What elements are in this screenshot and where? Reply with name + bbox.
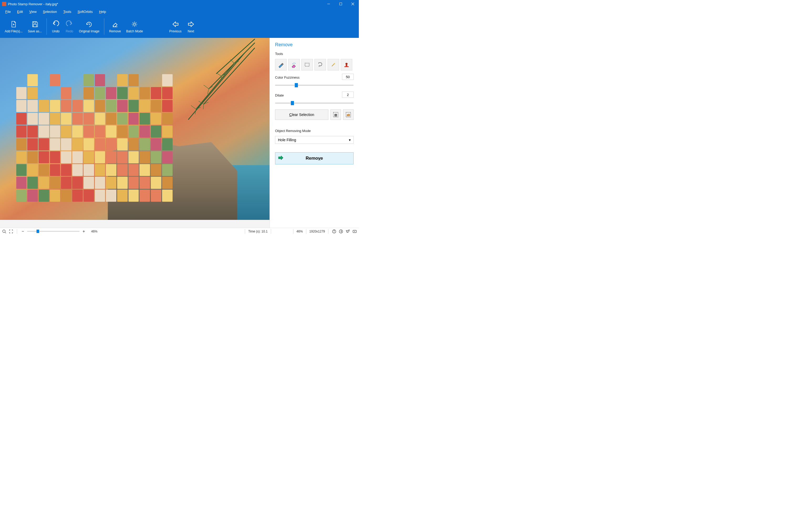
load-selection-button[interactable] bbox=[343, 109, 353, 120]
next-label: Next bbox=[188, 29, 194, 33]
arrow-left-icon bbox=[171, 20, 180, 28]
save-selection-button[interactable] bbox=[331, 109, 341, 120]
gear-icon bbox=[130, 20, 139, 28]
menu-selection[interactable]: Selection bbox=[40, 9, 60, 15]
redo-button[interactable]: Redo bbox=[62, 16, 76, 37]
save-as-button[interactable]: Save as... bbox=[25, 16, 44, 37]
free-select-tool[interactable] bbox=[288, 59, 300, 70]
zoom-tool-icon[interactable] bbox=[2, 229, 7, 234]
svg-point-28 bbox=[334, 230, 334, 230]
mode-selected-value: Hole Filling bbox=[278, 138, 296, 142]
svg-marker-12 bbox=[173, 22, 178, 27]
arrow-right-icon bbox=[278, 155, 284, 162]
facebook-icon[interactable] bbox=[338, 229, 344, 234]
window-controls bbox=[323, 0, 359, 8]
app-title: Photo Stamp Remover - italy.jpg* bbox=[8, 2, 58, 6]
maximize-button[interactable] bbox=[335, 0, 347, 8]
menu-file[interactable]: File bbox=[2, 9, 14, 15]
svg-line-25 bbox=[5, 232, 6, 233]
menu-help[interactable]: Help bbox=[96, 9, 109, 15]
undo-button[interactable]: Undo bbox=[49, 16, 62, 37]
minimize-button[interactable] bbox=[323, 0, 335, 8]
chevron-down-icon: ▾ bbox=[349, 138, 351, 142]
stamp-tool[interactable] bbox=[341, 59, 352, 70]
save-icon bbox=[31, 20, 39, 28]
svg-line-15 bbox=[332, 64, 334, 66]
svg-rect-7 bbox=[33, 25, 37, 27]
menu-edit[interactable]: Edit bbox=[14, 9, 26, 15]
canvas-footer-strip bbox=[0, 220, 270, 228]
menu-bar: File Edit View Selection Tools SoftOrbit… bbox=[0, 8, 359, 15]
marker-tool[interactable] bbox=[275, 59, 287, 70]
close-button[interactable] bbox=[347, 0, 359, 8]
svg-rect-21 bbox=[335, 114, 336, 115]
image-dimensions: 1920x1279 bbox=[309, 229, 325, 233]
zoom-percentage: 46% bbox=[91, 229, 98, 233]
info-icon[interactable] bbox=[332, 229, 337, 234]
svg-rect-6 bbox=[34, 22, 36, 23]
color-fuzziness-input[interactable] bbox=[342, 74, 353, 80]
zoom-percentage-2: 46% bbox=[296, 229, 303, 233]
undo-label: Undo bbox=[52, 29, 60, 33]
arrow-right-icon bbox=[187, 20, 195, 28]
youtube-icon[interactable] bbox=[352, 229, 357, 234]
menu-tools[interactable]: Tools bbox=[60, 9, 74, 15]
original-image-label: Original Image bbox=[79, 29, 99, 33]
undo-icon bbox=[52, 20, 60, 28]
batch-mode-button[interactable]: Batch Mode bbox=[124, 16, 146, 37]
zoom-out-button[interactable]: − bbox=[20, 229, 26, 234]
zoom-slider[interactable] bbox=[27, 231, 79, 232]
rect-select-tool[interactable] bbox=[301, 59, 313, 70]
magic-wand-tool[interactable] bbox=[328, 59, 339, 70]
remove-button-toolbar[interactable]: Remove bbox=[106, 16, 124, 37]
add-files-label: Add File(s)... bbox=[5, 29, 23, 33]
svg-marker-31 bbox=[354, 231, 356, 232]
svg-marker-13 bbox=[188, 22, 193, 27]
batch-mode-label: Batch Mode bbox=[126, 29, 143, 33]
canvas-area bbox=[0, 38, 270, 228]
svg-point-18 bbox=[346, 63, 348, 65]
dilate-label: Dilate bbox=[275, 93, 284, 97]
svg-point-11 bbox=[133, 23, 135, 25]
redo-icon bbox=[65, 20, 74, 28]
tool-grid bbox=[275, 59, 353, 70]
previous-label: Previous bbox=[169, 29, 182, 33]
toolbar: Add File(s)... Save as... Undo Redo bbox=[0, 15, 359, 38]
original-image-button[interactable]: Original Image bbox=[76, 16, 102, 37]
time-label: Time (s): 10.1 bbox=[248, 229, 268, 233]
menu-softorbits[interactable]: SoftOrbits bbox=[74, 9, 96, 15]
app-icon bbox=[2, 2, 6, 6]
zoom-in-button[interactable]: + bbox=[81, 229, 86, 234]
add-files-button[interactable]: Add File(s)... bbox=[2, 16, 25, 37]
save-as-label: Save as... bbox=[28, 29, 42, 33]
redo-label: Redo bbox=[66, 29, 73, 33]
svg-point-24 bbox=[3, 230, 5, 233]
side-panel: Remove Tools Color Fuzziness bbox=[270, 38, 359, 228]
tools-label: Tools bbox=[275, 52, 353, 56]
color-fuzziness-slider[interactable] bbox=[275, 85, 353, 86]
clear-selection-button[interactable]: Clear Selection bbox=[275, 109, 328, 120]
svg-rect-16 bbox=[344, 66, 349, 67]
previous-button[interactable]: Previous bbox=[166, 16, 184, 37]
next-button[interactable]: Next bbox=[184, 16, 198, 37]
remove-label: Remove bbox=[109, 29, 121, 33]
svg-line-9 bbox=[89, 25, 90, 25]
color-fuzziness-label: Color Fuzziness bbox=[275, 75, 300, 80]
fit-screen-icon[interactable] bbox=[9, 229, 14, 234]
title-bar: Photo Stamp Remover - italy.jpg* bbox=[0, 0, 359, 8]
svg-rect-1 bbox=[340, 3, 342, 5]
status-bar: − + 46% Time (s): 10.1 46% 1920x1279 bbox=[0, 228, 359, 235]
add-file-icon bbox=[10, 20, 18, 28]
history-icon bbox=[85, 20, 93, 28]
object-removing-mode-label: Object Removing Mode bbox=[275, 129, 353, 133]
twitter-icon[interactable] bbox=[345, 229, 350, 234]
dilate-slider[interactable] bbox=[275, 102, 353, 103]
remove-primary-button[interactable]: Remove bbox=[275, 152, 353, 164]
image-canvas[interactable] bbox=[0, 38, 270, 220]
mode-dropdown[interactable]: Hole Filling ▾ bbox=[275, 136, 353, 144]
menu-view[interactable]: View bbox=[26, 9, 40, 15]
svg-rect-17 bbox=[346, 64, 347, 66]
dilate-input[interactable] bbox=[342, 92, 353, 98]
svg-rect-14 bbox=[305, 63, 309, 66]
lasso-tool[interactable] bbox=[315, 59, 326, 70]
